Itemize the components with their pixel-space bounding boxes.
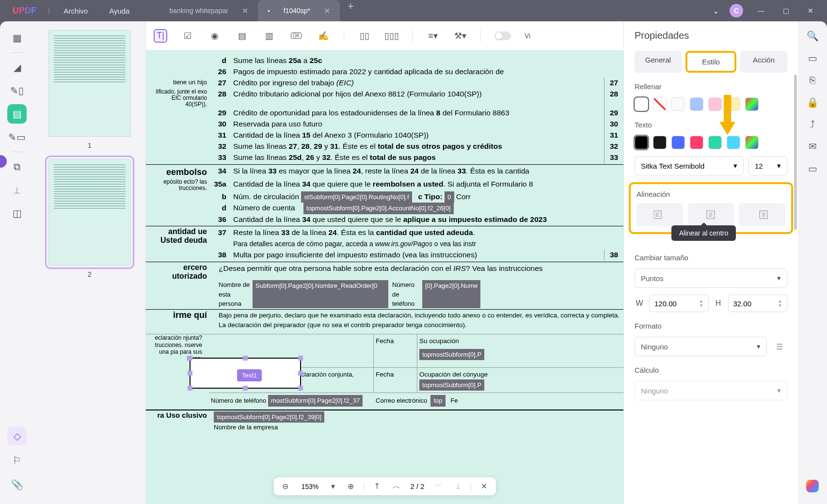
bookmark-button[interactable]: ⚐	[7, 451, 27, 470]
color-swatch[interactable]	[690, 136, 703, 149]
calc-select[interactable]: Ninguno▾	[635, 381, 787, 400]
maximize-button[interactable]: ▢	[779, 7, 793, 15]
page-thumbnail-1[interactable]	[48, 30, 131, 137]
ocr-icon[interactable]: ▭	[808, 52, 817, 64]
occupation-label: Su ocupación	[419, 337, 459, 345]
align-left-button[interactable]	[636, 203, 683, 226]
menu-help[interactable]: Ayuda	[98, 7, 140, 15]
alignment-label: Alineación	[636, 190, 785, 198]
page-thumbnail-2[interactable]	[48, 159, 131, 266]
pages-tool[interactable]: ⧉	[7, 157, 27, 176]
line-text: Multa por pago insuficiente del impuesto…	[233, 250, 604, 261]
email-icon[interactable]: ✉	[809, 141, 817, 152]
dropdown-tool[interactable]: ▥	[262, 29, 276, 43]
form-field-occupation[interactable]: topmostSubform[0].P	[419, 349, 484, 360]
print-icon[interactable]: ▭	[808, 163, 817, 174]
stepper-icon[interactable]: ▲▼	[700, 299, 703, 308]
format-settings-button[interactable]: ☰	[772, 339, 787, 354]
align-tool[interactable]: ▯▯	[358, 29, 371, 43]
form-field-third-name[interactable]: Subform[0].Page2[0].Nombre_ReadOrder[0	[253, 280, 388, 308]
zoom-in-button[interactable]: ⊕	[345, 481, 357, 492]
chevron-down-icon[interactable]: ⌄	[713, 6, 719, 16]
user-avatar[interactable]: C	[730, 4, 743, 17]
total-pages: 2	[420, 482, 424, 490]
align-right-button[interactable]	[739, 203, 785, 226]
zoom-level[interactable]: 153%	[298, 483, 321, 490]
height-input[interactable]: 32.00▲▼	[728, 295, 788, 312]
order-tool[interactable]: ≡▾	[426, 29, 440, 43]
distribute-tool[interactable]: ▯▯▯	[385, 29, 398, 43]
scrollbar[interactable]	[794, 75, 797, 230]
font-size-select[interactable]: 12▾	[748, 156, 787, 175]
listbox-tool[interactable]: ▤	[235, 29, 249, 43]
format-select[interactable]: Ninguno▾	[635, 337, 767, 356]
color-swatch[interactable]	[671, 97, 685, 111]
radio-tool[interactable]: ◉	[208, 29, 222, 43]
first-page-button[interactable]: ⤒	[371, 481, 383, 492]
tools-tool[interactable]: ⚒▾	[453, 29, 467, 43]
checkbox-tool[interactable]: ☑	[181, 29, 194, 43]
menu-file[interactable]: Archivo	[53, 7, 98, 15]
document-scroll[interactable]: dSume las líneas 25a a 25c 26Pagos de im…	[146, 50, 623, 504]
color-swatch[interactable]	[635, 97, 648, 111]
text-field-tool[interactable]: T|	[154, 29, 167, 43]
tab-banking[interactable]: banking whitepapar ✕	[159, 0, 257, 21]
color-swatch[interactable]	[690, 97, 703, 111]
form-field-phone[interactable]: mostSubform[0].Page2[0].f2_37	[268, 395, 363, 406]
share-icon[interactable]: ⤴	[810, 119, 815, 130]
close-button[interactable]: ✕	[804, 7, 817, 15]
crop-tool[interactable]: ⟂	[7, 180, 27, 200]
brand-icon[interactable]	[806, 480, 819, 492]
compare-tool[interactable]: ◫	[7, 204, 27, 223]
search-icon[interactable]: 🔍	[807, 30, 819, 42]
width-input[interactable]: 120.00▲▼	[649, 295, 709, 312]
last-page-button[interactable]: ⤓	[452, 481, 464, 492]
zoom-dropdown[interactable]: ▾	[328, 481, 338, 492]
line-num: 34	[214, 166, 233, 179]
align-center-button[interactable]	[688, 203, 734, 226]
convert-icon[interactable]: ⎘	[810, 75, 815, 86]
sign-tool[interactable]: ✎▭	[7, 127, 27, 147]
color-swatch-none[interactable]	[653, 97, 667, 111]
color-picker[interactable]	[745, 136, 759, 149]
tab-action[interactable]: Acción	[740, 51, 787, 73]
tab-general[interactable]: General	[635, 51, 682, 73]
form-field-type[interactable]: 0	[445, 191, 454, 203]
add-tab-button[interactable]: +	[340, 0, 362, 21]
tab-f1040sp[interactable]: ● f1040sp* ✕	[258, 0, 340, 21]
layers-button[interactable]: ◇	[7, 426, 27, 446]
annotate-tool[interactable]: ✎▯	[7, 81, 27, 100]
signature-tool[interactable]: ✍	[317, 29, 330, 43]
prev-page-button[interactable]: ︿	[390, 480, 403, 492]
form-field-third-phone[interactable]: [0].Page2[0].Nume	[422, 280, 480, 308]
protect-icon[interactable]: 🔒	[807, 96, 819, 108]
current-page[interactable]: 2	[410, 482, 414, 490]
color-picker[interactable]	[745, 97, 759, 111]
form-field-preparer[interactable]: topmostSubform[0].Page2[0].f2_39[0]	[214, 411, 324, 423]
zoom-out-button[interactable]: ⊖	[279, 481, 291, 492]
color-swatch[interactable]	[653, 136, 667, 149]
next-page-button[interactable]: ﹀	[431, 480, 445, 492]
form-field-routing[interactable]: stSubform[0].Page2[0].RoutingNo[0].f	[301, 191, 412, 203]
form-field-spouse-occ[interactable]: topmostSubform[0].P	[419, 379, 484, 391]
color-swatch[interactable]	[635, 136, 648, 149]
close-controls-button[interactable]: ✕	[478, 481, 490, 492]
form-edit-tool[interactable]: ▤	[7, 104, 27, 124]
highlight-tool[interactable]: ◢	[7, 58, 27, 77]
form-field-account[interactable]: topmostSubform[0].Page2[0].AccountNo[0].…	[303, 203, 454, 214]
stepper-icon[interactable]: ▲▼	[778, 299, 782, 308]
minimize-button[interactable]: —	[754, 7, 768, 15]
button-tool[interactable]: OK	[289, 29, 303, 43]
units-select[interactable]: Puntos▾	[635, 268, 787, 288]
right-tool-rail: 🔍 ▭ ⎘ 🔒 ⤴ ✉ ▭	[798, 21, 827, 504]
thumbnail-tool[interactable]: ▦	[7, 28, 27, 47]
attachment-button[interactable]: 📎	[7, 475, 27, 494]
close-icon[interactable]: ✕	[324, 6, 330, 16]
form-field-email[interactable]: top	[430, 395, 445, 406]
preview-toggle[interactable]	[494, 32, 511, 40]
font-family-select[interactable]: Sitka Text Semibold▾	[635, 156, 744, 175]
close-icon[interactable]: ✕	[242, 6, 248, 16]
color-swatch[interactable]	[671, 136, 685, 149]
tab-style[interactable]: Estilo	[685, 51, 736, 73]
selected-form-field[interactable]: Text1	[190, 358, 301, 389]
